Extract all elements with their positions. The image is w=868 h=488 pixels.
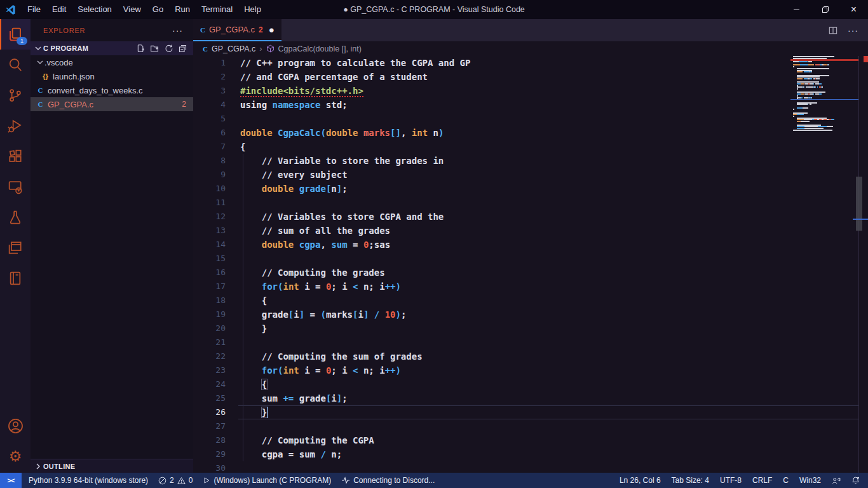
status-right-utf-8[interactable]: UTF-8 [720, 476, 742, 485]
code-editor[interactable]: 1// C++ program to calculate the CGPA an… [193, 56, 868, 473]
code-line-15[interactable]: 15 [193, 252, 868, 266]
remote-indicator[interactable]: >< [0, 473, 22, 488]
line-number: 16 [193, 266, 226, 280]
code-line-26[interactable]: 26 } [193, 405, 868, 419]
code-line-20[interactable]: 20 } [193, 322, 868, 336]
code-line-29[interactable]: 29 cgpa = sum / n; [193, 447, 868, 461]
status-right-tab-size-4[interactable]: Tab Size: 4 [672, 476, 709, 485]
line-content: sum += grade[i]; [226, 391, 348, 405]
breadcrumb-symbol[interactable]: CgpaCalc(double [], int) [278, 44, 362, 53]
titlebar: FileEditSelectionViewGoRunTerminalHelp ●… [0, 0, 868, 19]
menu-help[interactable]: Help [238, 0, 267, 19]
tree-item-convert-days-to-weeks-c[interactable]: Cconvert_days_to_weeks.c [31, 83, 193, 97]
overview-ruler[interactable] [858, 56, 868, 473]
menu-view[interactable]: View [118, 0, 147, 19]
code-line-1[interactable]: 1// C++ program to calculate the CGPA an… [193, 56, 868, 70]
code-line-18[interactable]: 18 { [193, 294, 868, 308]
line-content [226, 461, 240, 473]
collapse-all-icon[interactable] [178, 44, 187, 53]
status-right-win32[interactable]: Win32 [799, 476, 821, 485]
code-line-27[interactable]: 27 [193, 419, 868, 433]
close-button[interactable]: × [839, 0, 868, 19]
menu-edit[interactable]: Edit [46, 0, 72, 19]
status-right-feedback[interactable] [832, 477, 841, 485]
status-right-crlf[interactable]: CRLF [752, 476, 772, 485]
tree-item--vscode[interactable]: .vscode [31, 55, 193, 69]
code-line-11[interactable]: 11 [193, 196, 868, 210]
code-line-14[interactable]: 14 double cgpa, sum = 0;sas [193, 238, 868, 252]
tree-item-gp-cgpa-c[interactable]: CGP_CGPA.c2 [31, 97, 193, 111]
status-left-python-3-9-9-64-bit-windows-store[interactable]: Python 3.9.9 64-bit (windows store) [29, 476, 148, 485]
code-line-16[interactable]: 16 // Computing the grades [193, 266, 868, 280]
code-line-21[interactable]: 21 [193, 336, 868, 349]
activitybar-explorer[interactable]: 1 [0, 19, 31, 50]
line-content: double cgpa, sum = 0;sas [226, 238, 390, 252]
modified-dot-icon[interactable]: ● [269, 27, 275, 33]
code-line-3[interactable]: 3#include<bits/stdc++.h> [193, 84, 868, 98]
problems-badge: 2 [182, 100, 193, 109]
restore-button[interactable] [811, 0, 839, 19]
activitybar-run-debug[interactable] [0, 111, 31, 141]
line-number: 30 [193, 461, 226, 473]
new-file-icon[interactable] [136, 44, 146, 53]
code-line-13[interactable]: 13 // sum of all the grades [193, 224, 868, 238]
activitybar-test[interactable] [0, 202, 31, 233]
minimize-button[interactable] [782, 0, 811, 19]
code-line-8[interactable]: 8 // Variable to store the grades in [193, 154, 868, 168]
refresh-icon[interactable] [164, 44, 173, 53]
code-line-9[interactable]: 9 // every subject [193, 168, 868, 182]
code-line-4[interactable]: 4using namespace std; [193, 98, 868, 112]
breadcrumb-file[interactable]: GP_CGPA.c [212, 44, 255, 53]
line-number: 24 [193, 377, 226, 391]
menu-file[interactable]: File [22, 0, 46, 19]
code-line-5[interactable]: 5 [193, 112, 868, 126]
menu-run[interactable]: Run [169, 0, 196, 19]
activitybar-settings[interactable]: ⚙ [0, 441, 31, 471]
code-line-19[interactable]: 19 grade[i] = (marks[i] / 10); [193, 308, 868, 322]
code-line-6[interactable]: 6double CgpaCalc(double marks[], int n) [193, 126, 868, 140]
activitybar-search[interactable] [0, 50, 31, 80]
editor-more-actions-icon[interactable]: ··· [848, 25, 858, 36]
activitybar-source-control[interactable] [0, 80, 31, 111]
line-number: 26 [193, 405, 226, 419]
status-left-connecting-to-discord[interactable]: Connecting to Discord... [341, 476, 435, 485]
activitybar-notebook[interactable] [0, 263, 31, 294]
code-line-25[interactable]: 25 sum += grade[i]; [193, 391, 868, 405]
status-right-ln-26-col-6[interactable]: Ln 26, Col 6 [620, 476, 661, 485]
tab-gp-cgpa[interactable]: C GP_CGPA.c 2 ● [193, 19, 281, 41]
code-line-23[interactable]: 23 for(int i = 0; i < n; i++) [193, 363, 868, 377]
menu-go[interactable]: Go [147, 0, 169, 19]
folder-section-header[interactable]: C PROGRAM [31, 41, 193, 55]
split-editor-icon[interactable] [829, 26, 837, 35]
code-line-30[interactable]: 30 [193, 461, 868, 473]
notebook-icon [8, 271, 23, 286]
code-line-12[interactable]: 12 // Variables to store CGPA and the [193, 210, 868, 224]
tree-item-label: launch.json [53, 72, 95, 81]
activitybar-browser-windows[interactable] [0, 233, 31, 263]
explorer-more-actions-icon[interactable]: ··· [172, 25, 193, 36]
tree-item-launch-json[interactable]: {}launch.json [31, 69, 193, 83]
outline-section[interactable]: OUTLINE [31, 459, 193, 473]
code-line-28[interactable]: 28 // Computing the CGPA [193, 433, 868, 447]
line-content: double grade[n]; [226, 182, 348, 196]
scrollbar-thumb[interactable] [856, 177, 862, 231]
code-line-17[interactable]: 17 for(int i = 0; i < n; i++) [193, 280, 868, 294]
folder-section-actions [136, 44, 193, 53]
code-line-7[interactable]: 7{ [193, 140, 868, 154]
code-line-24[interactable]: 24 { [193, 377, 868, 391]
line-content [226, 196, 240, 210]
code-line-10[interactable]: 10 double grade[n]; [193, 182, 868, 196]
code-line-22[interactable]: 22 // Computing the sum of grades [193, 349, 868, 363]
menu-selection[interactable]: Selection [72, 0, 117, 19]
new-folder-icon[interactable] [150, 44, 159, 53]
code-line-2[interactable]: 2// and CGPA percentage of a student [193, 70, 868, 84]
menu-terminal[interactable]: Terminal [196, 0, 238, 19]
activitybar-remote-explorer[interactable] [0, 172, 31, 202]
minimap[interactable] [793, 56, 859, 131]
status-left-2[interactable]: 20 [158, 476, 193, 485]
activitybar-account[interactable] [0, 410, 31, 441]
status-right-bell[interactable] [851, 476, 860, 485]
status-right-c[interactable]: C [783, 476, 789, 485]
status-left-windows-launch-c-program[interactable]: (Windows) Launch (C PROGRAM) [203, 476, 331, 485]
activitybar-extensions[interactable] [0, 141, 31, 172]
